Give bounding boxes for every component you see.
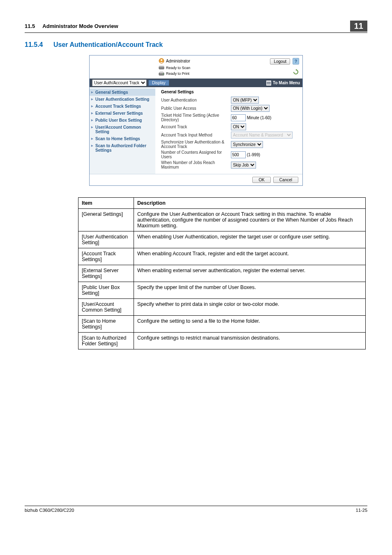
counters-suffix: (1-999) (247, 153, 260, 157)
side-nav: General Settings User Authentication Set… (90, 87, 155, 174)
footer-model: bizhub C360/C280/C220 (25, 508, 74, 513)
svg-point-1 (161, 59, 162, 61)
sidebar-item-scan-to-authorized-folder-settings[interactable]: Scan to Authorized Folder Settings (90, 142, 155, 154)
ticket-hold-label: Ticket Hold Time Setting (Active Directo… (161, 113, 231, 122)
table-cell-desc: Configure settings to restrict manual tr… (134, 333, 366, 349)
main-form: General Settings User Authentication ON … (155, 87, 302, 174)
table-cell-item: [External Server Settings] (78, 265, 134, 282)
table-cell-desc: Specify the upper limit of the number of… (134, 282, 366, 299)
form-title: General Settings (161, 90, 298, 94)
menu-icon (266, 81, 271, 86)
user-auth-select[interactable]: ON (MFP) (231, 97, 259, 104)
to-main-menu-link[interactable]: To Main Menu (266, 81, 300, 86)
screenshot-panel: Administrator Ready to Scan Ready to Pri… (89, 55, 303, 186)
sidebar-item-scan-to-home-settings[interactable]: Scan to Home Settings (90, 135, 155, 142)
scanner-icon (159, 65, 164, 70)
table-cell-desc: When enabling external server authentica… (134, 265, 366, 282)
category-select[interactable]: User Auth/Account Track (92, 79, 147, 86)
sync-label: Synchronize User Authentication & Accoun… (161, 140, 231, 149)
nav-bar: User Auth/Account Track Display To Main … (90, 79, 302, 87)
ticket-hold-suffix: Minute (1-60) (247, 116, 271, 120)
table-cell-item: [Scan to Authorized Folder Settings] (78, 333, 134, 349)
table-row: [General Settings]Configure the User Aut… (78, 209, 366, 231)
chapter-badge: 11 (350, 21, 367, 32)
section-number: 11.5 (25, 23, 35, 29)
sync-select[interactable]: Synchronize (231, 141, 263, 148)
table-row: [Scan to Authorized Folder Settings]Conf… (78, 333, 366, 349)
svg-rect-5 (160, 72, 163, 73)
account-track-label: Account Track (161, 125, 231, 129)
table-cell-desc: Configure the User Authentication or Acc… (134, 209, 366, 231)
svg-rect-9 (267, 84, 271, 85)
display-button[interactable]: Display (148, 80, 169, 86)
sidebar-item-external-server-settings[interactable]: External Server Settings (90, 110, 155, 117)
sidebar-item-general-settings[interactable]: General Settings (90, 89, 155, 96)
sidebar-item-public-user-box-setting[interactable]: Public User Box Setting (90, 117, 155, 124)
public-access-label: Public User Access (161, 106, 231, 111)
svg-rect-7 (267, 81, 271, 82)
counters-label: Number of Counters Assigned for Users (161, 150, 231, 159)
admin-icon (159, 58, 164, 64)
ticket-hold-input[interactable] (231, 114, 246, 121)
table-cell-item: [User Authentication Setting] (78, 231, 134, 248)
table-row: [User Authentication Setting]When enabli… (78, 231, 366, 248)
subsection-number: 11.5.4 (25, 41, 53, 49)
sidebar-item-user-auth-setting[interactable]: User Authentication Setting (90, 96, 155, 103)
table-cell-item: [General Settings] (78, 209, 134, 231)
table-cell-desc: Configure the setting to send a file to … (134, 316, 366, 333)
sidebar-item-user-account-common-setting[interactable]: User/Account Common Setting (90, 124, 155, 135)
public-access-select[interactable]: ON (With Login) (231, 105, 270, 112)
table-row: [User/Account Common Setting]Specify whe… (78, 299, 366, 316)
svg-rect-3 (159, 66, 164, 67)
user-auth-label: User Authentication (161, 98, 231, 102)
jobs-max-label: When Number of Jobs Reach Maximum (161, 160, 231, 169)
description-table: Item Description [General Settings]Confi… (78, 197, 366, 349)
printer-icon (159, 71, 164, 76)
table-cell-desc: When enabling User Authentication, regis… (134, 231, 366, 248)
page-header: 11.5 Administrator Mode Overview 11 (25, 21, 367, 33)
input-method-select: Account Name & Password (231, 132, 293, 139)
table-row: [External Server Settings]When enabling … (78, 265, 366, 282)
subsection-title: User Authentication/Account Track (53, 41, 163, 49)
account-track-select[interactable]: ON (231, 123, 246, 130)
table-head-item: Item (78, 198, 134, 209)
footer-page: 11-25 (356, 508, 367, 513)
table-cell-desc: Specify whether to print data in single … (134, 299, 366, 316)
status-print: Ready to Print (166, 72, 189, 76)
cancel-button[interactable]: Cancel (273, 177, 298, 183)
svg-point-6 (163, 74, 164, 74)
input-method-label: Account Track Input Method (161, 133, 231, 137)
table-row: [Account Track Settings]When enabling Ac… (78, 248, 366, 265)
table-cell-desc: When enabling Account Track, register an… (134, 248, 366, 265)
page-footer: bizhub C360/C280/C220 11-25 (25, 506, 367, 513)
svg-rect-8 (267, 83, 271, 83)
table-head-desc: Description (134, 198, 366, 209)
admin-label: Administrator (166, 59, 190, 63)
logout-button[interactable]: Logout (270, 58, 290, 65)
table-cell-item: [User/Account Common Setting] (78, 299, 134, 316)
subsection-heading: 11.5.4 User Authentication/Account Track (25, 41, 367, 49)
sidebar-item-account-track-settings[interactable]: Account Track Settings (90, 103, 155, 110)
table-cell-item: [Scan to Home Settings] (78, 316, 134, 333)
table-cell-item: [Public User Box Setting] (78, 282, 134, 299)
section-title: Administrator Mode Overview (42, 23, 347, 29)
table-row: [Public User Box Setting]Specify the upp… (78, 282, 366, 299)
ok-button[interactable]: OK (252, 177, 270, 183)
refresh-icon[interactable] (293, 69, 299, 75)
table-cell-item: [Account Track Settings] (78, 248, 134, 265)
help-icon[interactable]: ? (293, 58, 299, 65)
table-row: [Scan to Home Settings]Configure the set… (78, 316, 366, 333)
counters-input[interactable] (231, 151, 246, 158)
jobs-max-select[interactable]: Skip Job (231, 162, 256, 169)
status-scan: Ready to Scan (166, 66, 190, 70)
